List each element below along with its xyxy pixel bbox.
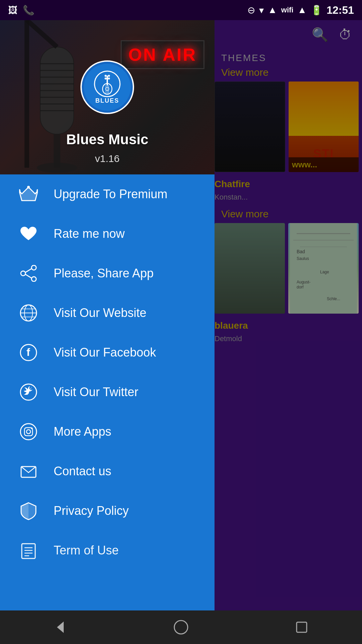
terms-label: Term of Use	[54, 543, 119, 557]
app-logo: BLUES	[80, 60, 134, 114]
svg-marker-62	[57, 622, 64, 633]
status-bar-left: 🖼 📞	[8, 5, 35, 16]
phone-icon: 📞	[23, 5, 35, 16]
contact-label: Contact us	[54, 464, 111, 478]
svg-rect-57	[22, 544, 35, 558]
upgrade-label: Upgrade To Premium	[54, 187, 168, 201]
lte-label: wifi	[281, 6, 294, 14]
overlay-dim	[208, 20, 362, 644]
menu-item-facebook[interactable]: f Visit Our Facebook	[0, 333, 215, 372]
svg-point-26	[105, 75, 107, 77]
menu-item-rate[interactable]: Rate me now	[0, 214, 215, 254]
list-icon	[17, 539, 40, 562]
heart-icon	[17, 222, 40, 246]
svg-point-39	[32, 265, 36, 270]
menu-item-share[interactable]: Please, Share App	[0, 254, 215, 293]
menu-item-more-apps[interactable]: More Apps	[0, 412, 215, 451]
recent-button[interactable]	[285, 614, 318, 641]
rate-label: Rate me now	[54, 227, 125, 241]
photo-icon: 🖼	[8, 5, 17, 16]
facebook-icon: f	[17, 341, 40, 364]
privacy-label: Privacy Policy	[54, 504, 129, 518]
wifi-icon: ▾	[259, 5, 264, 16]
bottom-nav	[0, 610, 362, 644]
status-bar: 🖼 📞 ⊖ ▾ ▲ wifi ▲ 🔋 12:51	[0, 0, 362, 20]
svg-line-21	[27, 20, 57, 47]
signal-icon: ▲	[268, 5, 277, 15]
svg-point-37	[27, 186, 30, 189]
svg-point-52	[20, 424, 37, 440]
svg-point-11	[37, 163, 77, 173]
mute-icon: ⊖	[247, 5, 255, 16]
menu-item-terms[interactable]: Term of Use	[0, 531, 215, 570]
menu-item-twitter[interactable]: Visit Our Twitter	[0, 372, 215, 412]
drawer: ON AIR	[0, 20, 215, 644]
menu-item-website[interactable]: Visit Our Website	[0, 293, 215, 333]
svg-point-28	[105, 77, 107, 79]
globe-icon	[17, 301, 40, 325]
instagram-icon	[17, 420, 40, 443]
menu-item-upgrade[interactable]: Upgrade To Premium	[0, 174, 215, 214]
drawer-menu: Upgrade To Premium Rate me now	[0, 174, 215, 644]
on-air-text: ON AIR	[128, 45, 197, 65]
svg-point-54	[26, 430, 31, 434]
guitar-icon	[94, 70, 121, 97]
battery-icon: 🔋	[311, 5, 322, 16]
twitter-icon	[17, 380, 40, 404]
main-layout: 🔍 ⏱ THEMES View more STI www... Chatfire…	[0, 20, 362, 644]
app-logo-inner: BLUES	[84, 64, 131, 111]
svg-line-42	[25, 269, 32, 272]
svg-point-55	[31, 428, 33, 429]
home-button[interactable]	[164, 614, 198, 641]
svg-marker-35	[19, 187, 38, 201]
blues-text: BLUES	[95, 97, 119, 104]
website-label: Visit Our Website	[54, 306, 146, 320]
svg-point-29	[108, 77, 110, 79]
shield-icon	[17, 499, 40, 523]
crown-icon	[17, 182, 40, 206]
drawer-version: v1.16	[95, 153, 119, 164]
facebook-label: Visit Our Facebook	[54, 345, 156, 360]
more-apps-label: More Apps	[54, 425, 111, 439]
svg-text:f: f	[26, 346, 30, 358]
drawer-app-name: Blues Music	[66, 131, 148, 148]
svg-line-43	[25, 274, 32, 278]
share-icon	[17, 262, 40, 285]
svg-rect-64	[297, 622, 307, 632]
email-icon	[17, 460, 40, 483]
menu-item-contact[interactable]: Contact us	[0, 451, 215, 491]
menu-item-privacy[interactable]: Privacy Policy	[0, 491, 215, 531]
share-label: Please, Share App	[54, 266, 154, 280]
twitter-label: Visit Our Twitter	[54, 385, 138, 399]
svg-rect-25	[107, 75, 108, 86]
status-bar-right: ⊖ ▾ ▲ wifi ▲ 🔋 12:51	[247, 4, 354, 16]
drawer-header: ON AIR	[0, 20, 215, 174]
back-button[interactable]	[44, 614, 77, 641]
clock: 12:51	[326, 4, 354, 16]
svg-point-40	[21, 271, 25, 276]
svg-point-27	[108, 75, 110, 77]
svg-point-41	[32, 277, 36, 281]
signal2-icon: ▲	[297, 5, 307, 15]
on-air-sign: ON AIR	[121, 40, 204, 69]
svg-point-63	[174, 621, 188, 634]
